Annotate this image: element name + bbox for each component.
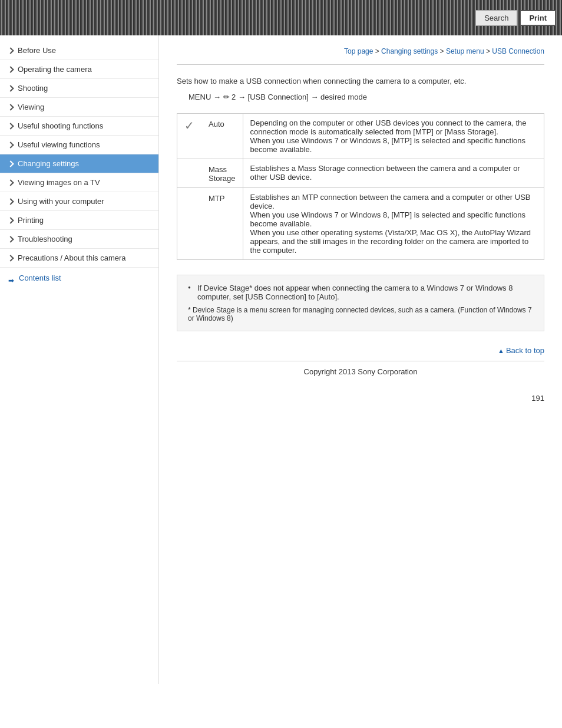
sidebar-item-label: Viewing [18,103,44,111]
contents-list-label: Contents list [19,274,61,282]
checkmark-icon: ✓ [184,119,194,132]
note-box: If Device Stage* does not appear when co… [177,275,544,331]
sidebar-item-shooting[interactable]: Shooting [0,79,158,98]
search-button[interactable]: Search [475,10,517,26]
sidebar-item-label: Useful shooting functions [18,121,103,130]
bottom-divider [177,361,544,361]
chevron-icon [7,179,14,186]
sidebar-item-operating-camera[interactable]: Operating the camera [0,60,158,79]
sidebar-item-useful-viewing[interactable]: Useful viewing functions [0,136,158,154]
page-description: Sets how to make a USB connection when c… [177,77,544,85]
arrow-icon [8,276,15,281]
auto-label-cell: Auto [201,114,243,159]
sidebar: Before Use Operating the camera Shooting… [0,35,159,684]
sidebar-item-useful-shooting[interactable]: Useful shooting functions [0,117,158,136]
mtp-label-cell: MTP [201,188,243,260]
breadcrumb-setup-menu[interactable]: Setup menu [446,47,484,55]
chevron-icon [7,217,14,223]
sidebar-item-troubleshooting[interactable]: Troubleshooting [0,230,158,249]
mtp-description-cell: Establishes an MTP connection between th… [243,188,544,260]
sidebar-item-before-use[interactable]: Before Use [0,41,158,60]
sidebar-item-printing[interactable]: Printing [0,211,158,230]
chevron-icon [7,236,14,242]
table-row: MTP Establishes an MTP connection betwee… [177,188,544,260]
note-item: If Device Stage* does not appear when co… [188,284,533,301]
chevron-icon [7,66,14,73]
chevron-icon [7,160,14,167]
main-container: Before Use Operating the camera Shooting… [0,35,562,684]
breadcrumb-top-page[interactable]: Top page [344,47,373,55]
sidebar-item-label: Changing settings [18,159,79,168]
sidebar-item-label: Viewing images on a TV [18,178,100,187]
chevron-icon [7,198,14,205]
breadcrumb-changing-settings[interactable]: Changing settings [381,47,438,55]
header-buttons: Search Print [475,10,556,26]
sidebar-item-changing-settings[interactable]: Changing settings [0,154,158,173]
sidebar-item-label: Printing [18,216,44,225]
sidebar-item-viewing-tv[interactable]: Viewing images on a TV [0,173,158,192]
chevron-icon [7,47,14,54]
contents-list-link[interactable]: Contents list [0,268,158,288]
auto-description-cell: Depending on the computer or other USB d… [243,114,544,159]
page-number: 191 [177,394,544,403]
sidebar-item-label: Useful viewing functions [18,140,100,149]
chevron-icon [7,141,14,148]
breadcrumb: Top page > Changing settings > Setup men… [177,47,544,55]
chevron-icon [7,255,14,261]
sidebar-item-label: Using with your computer [18,197,104,206]
chevron-icon [7,85,14,91]
menu-path: MENU → ✏ 2 → [USB Connection] → desired … [189,93,544,101]
mass-storage-icon-cell [177,159,202,188]
usb-table: ✓ Auto Depending on the computer or othe… [177,113,544,260]
copyright-text: Copyright 2013 Sony Corporation [177,367,544,376]
sidebar-item-label: Before Use [18,46,56,55]
mass-storage-description-cell: Establishes a Mass Storage connection be… [243,159,544,188]
sidebar-item-label: Troubleshooting [18,235,72,243]
sidebar-item-label: Operating the camera [18,65,92,74]
sidebar-item-label: Shooting [18,84,48,93]
page-divider [177,64,544,65]
back-to-top-link[interactable]: Back to top [498,346,544,355]
note-asterisk: * Device Stage is a menu screen for mana… [188,306,533,322]
back-to-top-container: Back to top [177,346,544,355]
chevron-icon [7,104,14,110]
mass-storage-label-cell: Mass Storage [201,159,243,188]
sidebar-item-viewing[interactable]: Viewing [0,98,158,117]
mtp-icon-cell [177,188,202,260]
table-row: ✓ Auto Depending on the computer or othe… [177,114,544,159]
print-button[interactable]: Print [520,10,556,26]
chevron-icon [7,123,14,129]
note-list: If Device Stage* does not appear when co… [188,284,533,301]
breadcrumb-usb-connection[interactable]: USB Connection [492,47,544,55]
sidebar-item-precautions[interactable]: Precautions / About this camera [0,249,158,268]
sidebar-item-using-computer[interactable]: Using with your computer [0,192,158,211]
header: Search Print [0,0,562,35]
content-area: Top page > Changing settings > Setup men… [159,35,562,684]
table-row: Mass Storage Establishes a Mass Storage … [177,159,544,188]
auto-icon-cell: ✓ [177,114,202,159]
sidebar-item-label: Precautions / About this camera [18,253,126,262]
